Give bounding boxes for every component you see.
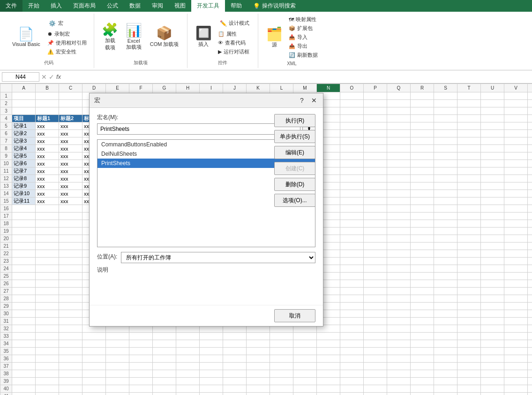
- cell[interactable]: [223, 378, 247, 385]
- cell[interactable]: [106, 370, 129, 378]
- cell[interactable]: xxx: [59, 182, 82, 190]
- cell[interactable]: [129, 355, 153, 363]
- cell[interactable]: [270, 340, 293, 348]
- cell[interactable]: [364, 340, 387, 348]
- cell[interactable]: [129, 348, 153, 355]
- cell[interactable]: [59, 100, 82, 107]
- cell[interactable]: [293, 378, 317, 385]
- cell[interactable]: [293, 363, 317, 370]
- cell[interactable]: [36, 393, 59, 395]
- cell[interactable]: [36, 303, 59, 310]
- cell[interactable]: [481, 145, 504, 152]
- cell[interactable]: [411, 325, 434, 333]
- cell[interactable]: [434, 205, 457, 213]
- cell[interactable]: [270, 333, 293, 340]
- cell[interactable]: [317, 340, 340, 348]
- cell[interactable]: [200, 355, 223, 363]
- cell[interactable]: [411, 137, 434, 145]
- cell[interactable]: [434, 295, 457, 303]
- cell[interactable]: [36, 280, 59, 288]
- cell[interactable]: [387, 198, 411, 205]
- cell[interactable]: [223, 348, 247, 355]
- cell[interactable]: [387, 228, 411, 235]
- cell[interactable]: [411, 182, 434, 190]
- cell[interactable]: [387, 393, 411, 395]
- cell[interactable]: [504, 107, 528, 115]
- cell[interactable]: [36, 243, 59, 250]
- tab-search[interactable]: 💡 操作说明搜索: [247, 0, 301, 12]
- cell[interactable]: [387, 303, 411, 310]
- cell[interactable]: [457, 333, 481, 340]
- cell[interactable]: [481, 280, 504, 288]
- cell[interactable]: [12, 303, 36, 310]
- cell[interactable]: [12, 273, 36, 280]
- cell[interactable]: [528, 213, 532, 220]
- cell[interactable]: xxx: [36, 152, 59, 160]
- cell[interactable]: [457, 122, 481, 130]
- cell[interactable]: [457, 220, 481, 228]
- cell[interactable]: [387, 182, 411, 190]
- cell[interactable]: [481, 167, 504, 175]
- cell[interactable]: [12, 235, 36, 243]
- cell[interactable]: [434, 250, 457, 258]
- cell[interactable]: [364, 370, 387, 378]
- cell[interactable]: 记录7: [12, 167, 36, 175]
- cell[interactable]: [457, 363, 481, 370]
- cell[interactable]: [411, 318, 434, 325]
- macro-button[interactable]: ⚙️ 宏: [46, 18, 88, 29]
- cell[interactable]: [270, 385, 293, 393]
- cell[interactable]: [528, 250, 532, 258]
- cell[interactable]: [481, 385, 504, 393]
- cell[interactable]: [36, 378, 59, 385]
- cell[interactable]: [481, 310, 504, 318]
- cell[interactable]: xxx: [36, 182, 59, 190]
- cell[interactable]: [411, 265, 434, 273]
- cell[interactable]: [481, 175, 504, 182]
- cell[interactable]: [457, 100, 481, 107]
- cell[interactable]: [364, 115, 387, 122]
- cell[interactable]: [293, 333, 317, 340]
- cell[interactable]: [12, 325, 36, 333]
- cell[interactable]: [106, 385, 129, 393]
- cell[interactable]: [200, 363, 223, 370]
- cell[interactable]: [387, 355, 411, 363]
- cell[interactable]: [12, 213, 36, 220]
- cell[interactable]: [293, 355, 317, 363]
- cell[interactable]: [457, 348, 481, 355]
- tab-review[interactable]: 审阅: [146, 0, 169, 12]
- cell[interactable]: [504, 333, 528, 340]
- cell[interactable]: [12, 258, 36, 265]
- visual-basic-button[interactable]: 📄 Visual Basic: [9, 24, 43, 49]
- cell[interactable]: [481, 92, 504, 100]
- cell[interactable]: [528, 393, 532, 395]
- cell[interactable]: [481, 190, 504, 198]
- cell[interactable]: [176, 348, 200, 355]
- cell[interactable]: [340, 175, 364, 182]
- cell[interactable]: [457, 92, 481, 100]
- cell[interactable]: [12, 295, 36, 303]
- cell[interactable]: [340, 265, 364, 273]
- cell[interactable]: [36, 220, 59, 228]
- cell[interactable]: [340, 235, 364, 243]
- cell[interactable]: xxx: [59, 198, 82, 205]
- cell[interactable]: [434, 393, 457, 395]
- cell[interactable]: [364, 137, 387, 145]
- cell[interactable]: [36, 273, 59, 280]
- cell[interactable]: [387, 235, 411, 243]
- cell[interactable]: 记录3: [12, 137, 36, 145]
- cell[interactable]: [481, 265, 504, 273]
- cell[interactable]: 记录11: [12, 198, 36, 205]
- cell[interactable]: [504, 213, 528, 220]
- cell[interactable]: [317, 378, 340, 385]
- cell[interactable]: [528, 340, 532, 348]
- cell[interactable]: [434, 145, 457, 152]
- cell[interactable]: [411, 393, 434, 395]
- cell[interactable]: [504, 378, 528, 385]
- cell[interactable]: [153, 370, 176, 378]
- ext-pkg-button[interactable]: 📦 扩展包: [287, 24, 319, 32]
- cell[interactable]: 标题1: [36, 115, 59, 122]
- cell[interactable]: [340, 167, 364, 175]
- cell[interactable]: [82, 355, 106, 363]
- cell[interactable]: [411, 310, 434, 318]
- cell[interactable]: [387, 370, 411, 378]
